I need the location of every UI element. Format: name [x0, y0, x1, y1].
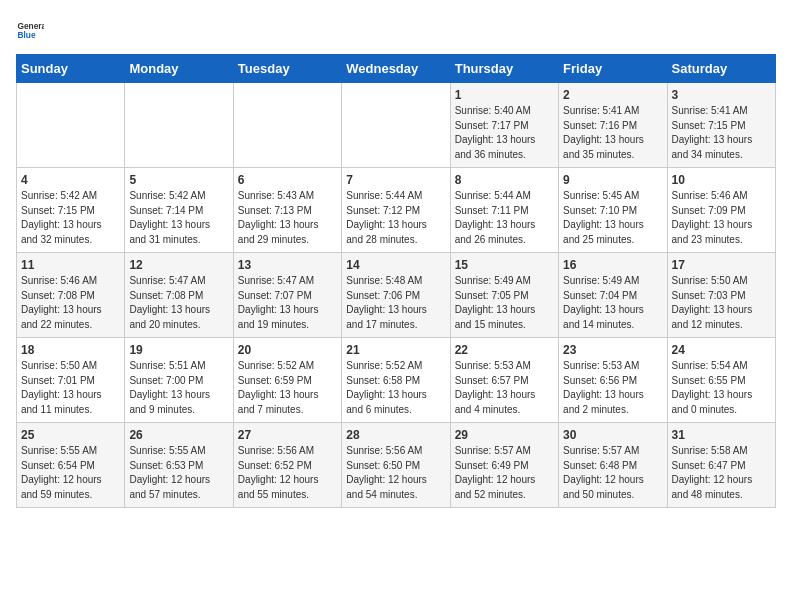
day-info: Sunrise: 5:47 AM Sunset: 7:08 PM Dayligh… [129, 274, 228, 332]
weekday-header-thursday: Thursday [450, 55, 558, 83]
calendar-cell [342, 83, 450, 168]
calendar-cell: 29Sunrise: 5:57 AM Sunset: 6:49 PM Dayli… [450, 423, 558, 508]
calendar-table: SundayMondayTuesdayWednesdayThursdayFrid… [16, 54, 776, 508]
calendar-cell: 18Sunrise: 5:50 AM Sunset: 7:01 PM Dayli… [17, 338, 125, 423]
day-info: Sunrise: 5:58 AM Sunset: 6:47 PM Dayligh… [672, 444, 771, 502]
calendar-cell: 28Sunrise: 5:56 AM Sunset: 6:50 PM Dayli… [342, 423, 450, 508]
day-number: 20 [238, 343, 337, 357]
day-info: Sunrise: 5:46 AM Sunset: 7:08 PM Dayligh… [21, 274, 120, 332]
calendar-cell: 12Sunrise: 5:47 AM Sunset: 7:08 PM Dayli… [125, 253, 233, 338]
day-number: 27 [238, 428, 337, 442]
day-number: 16 [563, 258, 662, 272]
day-info: Sunrise: 5:44 AM Sunset: 7:12 PM Dayligh… [346, 189, 445, 247]
calendar-cell: 1Sunrise: 5:40 AM Sunset: 7:17 PM Daylig… [450, 83, 558, 168]
calendar-cell: 27Sunrise: 5:56 AM Sunset: 6:52 PM Dayli… [233, 423, 341, 508]
calendar-week-row-5: 25Sunrise: 5:55 AM Sunset: 6:54 PM Dayli… [17, 423, 776, 508]
calendar-cell: 22Sunrise: 5:53 AM Sunset: 6:57 PM Dayli… [450, 338, 558, 423]
calendar-cell: 30Sunrise: 5:57 AM Sunset: 6:48 PM Dayli… [559, 423, 667, 508]
day-info: Sunrise: 5:47 AM Sunset: 7:07 PM Dayligh… [238, 274, 337, 332]
day-info: Sunrise: 5:45 AM Sunset: 7:10 PM Dayligh… [563, 189, 662, 247]
day-info: Sunrise: 5:49 AM Sunset: 7:04 PM Dayligh… [563, 274, 662, 332]
day-info: Sunrise: 5:56 AM Sunset: 6:50 PM Dayligh… [346, 444, 445, 502]
calendar-cell: 13Sunrise: 5:47 AM Sunset: 7:07 PM Dayli… [233, 253, 341, 338]
logo: General Blue [16, 16, 48, 44]
day-number: 30 [563, 428, 662, 442]
day-number: 4 [21, 173, 120, 187]
svg-text:Blue: Blue [17, 30, 35, 40]
weekday-header-monday: Monday [125, 55, 233, 83]
day-number: 25 [21, 428, 120, 442]
logo-icon: General Blue [16, 16, 44, 44]
calendar-cell: 4Sunrise: 5:42 AM Sunset: 7:15 PM Daylig… [17, 168, 125, 253]
day-number: 24 [672, 343, 771, 357]
day-number: 31 [672, 428, 771, 442]
day-number: 29 [455, 428, 554, 442]
weekday-header-row: SundayMondayTuesdayWednesdayThursdayFrid… [17, 55, 776, 83]
day-number: 5 [129, 173, 228, 187]
day-info: Sunrise: 5:55 AM Sunset: 6:54 PM Dayligh… [21, 444, 120, 502]
calendar-cell: 26Sunrise: 5:55 AM Sunset: 6:53 PM Dayli… [125, 423, 233, 508]
calendar-cell: 23Sunrise: 5:53 AM Sunset: 6:56 PM Dayli… [559, 338, 667, 423]
day-number: 28 [346, 428, 445, 442]
day-info: Sunrise: 5:46 AM Sunset: 7:09 PM Dayligh… [672, 189, 771, 247]
day-number: 23 [563, 343, 662, 357]
day-number: 17 [672, 258, 771, 272]
day-number: 9 [563, 173, 662, 187]
calendar-cell: 3Sunrise: 5:41 AM Sunset: 7:15 PM Daylig… [667, 83, 775, 168]
day-number: 3 [672, 88, 771, 102]
day-info: Sunrise: 5:56 AM Sunset: 6:52 PM Dayligh… [238, 444, 337, 502]
day-info: Sunrise: 5:51 AM Sunset: 7:00 PM Dayligh… [129, 359, 228, 417]
calendar-cell: 2Sunrise: 5:41 AM Sunset: 7:16 PM Daylig… [559, 83, 667, 168]
calendar-cell: 14Sunrise: 5:48 AM Sunset: 7:06 PM Dayli… [342, 253, 450, 338]
day-info: Sunrise: 5:50 AM Sunset: 7:03 PM Dayligh… [672, 274, 771, 332]
day-number: 6 [238, 173, 337, 187]
weekday-header-tuesday: Tuesday [233, 55, 341, 83]
calendar-cell: 6Sunrise: 5:43 AM Sunset: 7:13 PM Daylig… [233, 168, 341, 253]
day-info: Sunrise: 5:54 AM Sunset: 6:55 PM Dayligh… [672, 359, 771, 417]
calendar-cell: 7Sunrise: 5:44 AM Sunset: 7:12 PM Daylig… [342, 168, 450, 253]
day-info: Sunrise: 5:52 AM Sunset: 6:59 PM Dayligh… [238, 359, 337, 417]
calendar-cell: 16Sunrise: 5:49 AM Sunset: 7:04 PM Dayli… [559, 253, 667, 338]
day-number: 19 [129, 343, 228, 357]
day-info: Sunrise: 5:40 AM Sunset: 7:17 PM Dayligh… [455, 104, 554, 162]
day-info: Sunrise: 5:43 AM Sunset: 7:13 PM Dayligh… [238, 189, 337, 247]
calendar-cell: 11Sunrise: 5:46 AM Sunset: 7:08 PM Dayli… [17, 253, 125, 338]
calendar-cell: 19Sunrise: 5:51 AM Sunset: 7:00 PM Dayli… [125, 338, 233, 423]
calendar-cell: 20Sunrise: 5:52 AM Sunset: 6:59 PM Dayli… [233, 338, 341, 423]
day-info: Sunrise: 5:53 AM Sunset: 6:57 PM Dayligh… [455, 359, 554, 417]
calendar-week-row-1: 1Sunrise: 5:40 AM Sunset: 7:17 PM Daylig… [17, 83, 776, 168]
calendar-week-row-2: 4Sunrise: 5:42 AM Sunset: 7:15 PM Daylig… [17, 168, 776, 253]
calendar-cell: 8Sunrise: 5:44 AM Sunset: 7:11 PM Daylig… [450, 168, 558, 253]
weekday-header-wednesday: Wednesday [342, 55, 450, 83]
day-info: Sunrise: 5:55 AM Sunset: 6:53 PM Dayligh… [129, 444, 228, 502]
calendar-cell: 21Sunrise: 5:52 AM Sunset: 6:58 PM Dayli… [342, 338, 450, 423]
day-number: 26 [129, 428, 228, 442]
day-number: 13 [238, 258, 337, 272]
day-info: Sunrise: 5:57 AM Sunset: 6:48 PM Dayligh… [563, 444, 662, 502]
weekday-header-friday: Friday [559, 55, 667, 83]
day-info: Sunrise: 5:41 AM Sunset: 7:16 PM Dayligh… [563, 104, 662, 162]
day-number: 21 [346, 343, 445, 357]
day-info: Sunrise: 5:44 AM Sunset: 7:11 PM Dayligh… [455, 189, 554, 247]
svg-text:General: General [17, 21, 44, 31]
calendar-cell: 15Sunrise: 5:49 AM Sunset: 7:05 PM Dayli… [450, 253, 558, 338]
day-info: Sunrise: 5:57 AM Sunset: 6:49 PM Dayligh… [455, 444, 554, 502]
day-number: 15 [455, 258, 554, 272]
day-number: 7 [346, 173, 445, 187]
calendar-cell: 24Sunrise: 5:54 AM Sunset: 6:55 PM Dayli… [667, 338, 775, 423]
calendar-week-row-3: 11Sunrise: 5:46 AM Sunset: 7:08 PM Dayli… [17, 253, 776, 338]
calendar-cell: 25Sunrise: 5:55 AM Sunset: 6:54 PM Dayli… [17, 423, 125, 508]
weekday-header-saturday: Saturday [667, 55, 775, 83]
day-info: Sunrise: 5:50 AM Sunset: 7:01 PM Dayligh… [21, 359, 120, 417]
calendar-cell: 31Sunrise: 5:58 AM Sunset: 6:47 PM Dayli… [667, 423, 775, 508]
calendar-week-row-4: 18Sunrise: 5:50 AM Sunset: 7:01 PM Dayli… [17, 338, 776, 423]
calendar-cell: 17Sunrise: 5:50 AM Sunset: 7:03 PM Dayli… [667, 253, 775, 338]
day-number: 12 [129, 258, 228, 272]
day-number: 11 [21, 258, 120, 272]
day-info: Sunrise: 5:52 AM Sunset: 6:58 PM Dayligh… [346, 359, 445, 417]
day-info: Sunrise: 5:41 AM Sunset: 7:15 PM Dayligh… [672, 104, 771, 162]
day-number: 18 [21, 343, 120, 357]
day-info: Sunrise: 5:49 AM Sunset: 7:05 PM Dayligh… [455, 274, 554, 332]
header: General Blue [16, 16, 776, 44]
day-number: 14 [346, 258, 445, 272]
